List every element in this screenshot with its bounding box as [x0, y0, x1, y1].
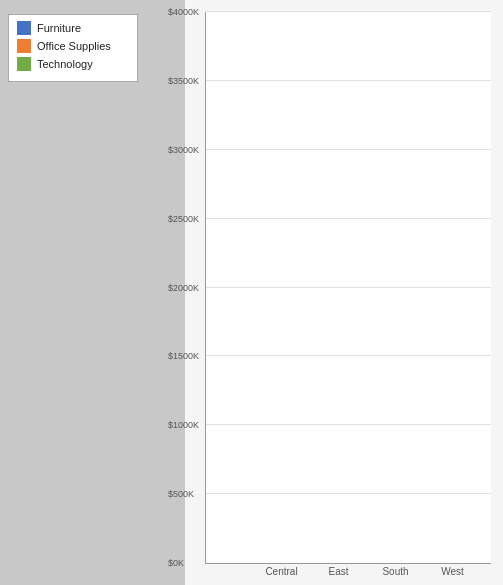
chart-inner: $4000K$3500K$3000K$2500K$2000K$1500K$100… [185, 12, 491, 577]
left-panel: Furniture Office Supplies Technology [0, 0, 185, 585]
legend-label: Technology [37, 58, 93, 70]
legend-item: Furniture [17, 21, 129, 35]
legend-box: Furniture Office Supplies Technology [8, 14, 138, 82]
legend-label: Furniture [37, 22, 81, 34]
y-tick-label: $3500K [168, 76, 199, 86]
y-tick-label: $1500K [168, 351, 199, 361]
chart-panel: $4000K$3500K$3000K$2500K$2000K$1500K$100… [185, 0, 503, 585]
y-tick-label: $2000K [168, 283, 199, 293]
chart-area: $4000K$3500K$3000K$2500K$2000K$1500K$100… [205, 12, 491, 564]
main-container: Furniture Office Supplies Technology $40… [0, 0, 503, 585]
legend-swatch [17, 39, 31, 53]
x-axis-label: East [318, 566, 360, 577]
y-tick-label: $0K [168, 558, 184, 568]
legend-label: Office Supplies [37, 40, 111, 52]
y-tick-label: $3000K [168, 145, 199, 155]
x-axis-label: South [375, 566, 417, 577]
legend-swatch [17, 21, 31, 35]
y-tick-label: $1000K [168, 420, 199, 430]
chart-plot: $4000K$3500K$3000K$2500K$2000K$1500K$100… [205, 12, 491, 577]
x-axis-label: West [432, 566, 474, 577]
y-tick-label: $4000K [168, 7, 199, 17]
y-tick-label: $500K [168, 489, 194, 499]
x-labels: CentralEastSouthWest [243, 564, 491, 577]
x-axis-label: Central [261, 566, 303, 577]
legend-swatch [17, 57, 31, 71]
legend-item: Technology [17, 57, 129, 71]
y-tick-label: $2500K [168, 214, 199, 224]
bars-container [206, 12, 491, 563]
legend-item: Office Supplies [17, 39, 129, 53]
